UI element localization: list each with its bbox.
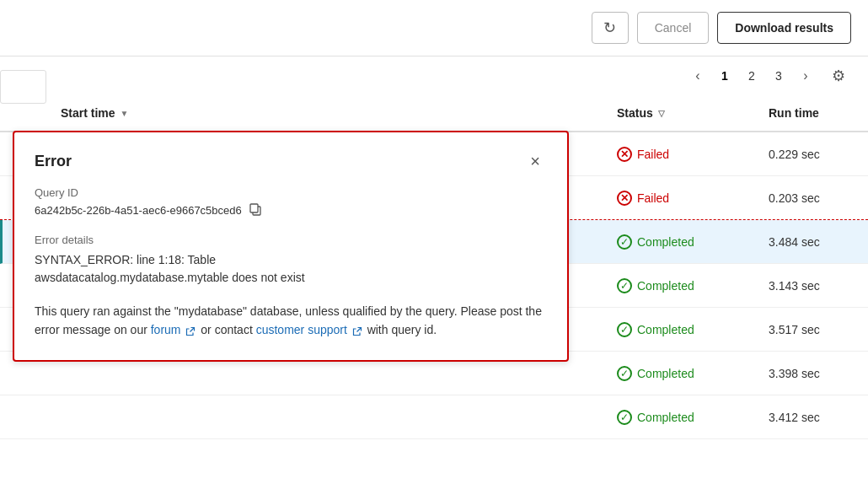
toolbar: ↻ Cancel Download results xyxy=(0,0,868,56)
row-7-status: ✓ Completed xyxy=(607,410,758,425)
error-note-middle: or contact xyxy=(201,323,255,336)
row-1-run-time: 0.229 sec xyxy=(758,148,868,161)
completed-icon-6: ✓ xyxy=(617,366,632,381)
row-3-run-time: 3.484 sec xyxy=(758,235,868,249)
main-container: ↻ Cancel Download results ‹ 1 2 3 › ⚙ St… xyxy=(0,0,868,500)
query-id-label: Query ID xyxy=(35,186,547,199)
settings-button[interactable]: ⚙ xyxy=(826,63,851,89)
external-link-icon xyxy=(185,326,196,336)
refresh-icon: ↻ xyxy=(603,19,616,37)
table-header: Start time ▼ Status ▽ Run time xyxy=(0,95,868,132)
row-5-run-time: 3.517 sec xyxy=(758,323,868,336)
row-4-status: ✓ Completed xyxy=(607,278,758,293)
row-5-status: ✓ Completed xyxy=(607,322,758,337)
chevron-right-icon: › xyxy=(803,68,807,83)
query-id-row: 6a242b5c-226b-4a51-aec6-e9667c5bced6 xyxy=(35,202,547,218)
download-results-button[interactable]: Download results xyxy=(717,12,851,44)
page-2-button[interactable]: 2 xyxy=(740,64,764,88)
page-3-button[interactable]: 3 xyxy=(767,64,790,88)
customer-support-link[interactable]: customer support xyxy=(256,323,351,336)
error-note-suffix: with query id. xyxy=(367,323,437,336)
sort-desc-icon: ▼ xyxy=(121,109,129,118)
gear-icon: ⚙ xyxy=(832,67,845,85)
error-note: This query ran against the "mydatabase" … xyxy=(35,302,547,340)
error-message: SYNTAX_ERROR: line 1:18: Table awsdataca… xyxy=(35,251,547,287)
close-button[interactable]: × xyxy=(523,149,547,173)
row-3-status: ✓ Completed xyxy=(607,234,758,250)
completed-icon-3: ✓ xyxy=(617,234,632,250)
row-4-run-time: 3.143 sec xyxy=(758,279,868,293)
copy-icon[interactable] xyxy=(249,202,262,218)
page-1-button[interactable]: 1 xyxy=(713,64,737,88)
row-2-run-time: 0.203 sec xyxy=(758,191,868,205)
prev-page-button[interactable]: ‹ xyxy=(686,64,710,88)
chevron-left-icon: ‹ xyxy=(695,68,699,83)
th-start-time[interactable]: Start time ▼ xyxy=(51,95,607,131)
th-run-time: Run time xyxy=(758,95,868,131)
status-sort-icon: ▽ xyxy=(658,109,665,118)
failed-icon-2: ✕ xyxy=(617,191,632,206)
error-popup: Error × Query ID 6a242b5c-226b-4a51-aec6… xyxy=(13,131,569,362)
external-link-icon-2 xyxy=(352,326,362,336)
row-7-run-time: 3.412 sec xyxy=(758,411,868,424)
failed-icon-1: ✕ xyxy=(617,147,632,162)
cancel-button[interactable]: Cancel xyxy=(637,12,710,44)
row-6-run-time: 3.398 sec xyxy=(758,367,868,380)
query-id-value: 6a242b5c-226b-4a51-aec6-e9667c5bced6 xyxy=(35,204,242,217)
row-2-status: ✕ Failed xyxy=(607,191,758,206)
completed-icon-7: ✓ xyxy=(617,410,632,425)
svg-rect-1 xyxy=(250,204,258,212)
svg-line-3 xyxy=(356,327,361,331)
table-row[interactable]: ✓ Completed 3.412 sec xyxy=(0,395,868,439)
left-panel-stub xyxy=(0,70,46,104)
error-title: Error xyxy=(35,153,72,170)
error-details-label: Error details xyxy=(35,234,547,246)
svg-line-2 xyxy=(190,327,195,331)
completed-icon-4: ✓ xyxy=(617,278,632,293)
th-status[interactable]: Status ▽ xyxy=(607,95,758,131)
refresh-button[interactable]: ↻ xyxy=(592,12,629,44)
next-page-button[interactable]: › xyxy=(794,64,817,88)
forum-link[interactable]: forum xyxy=(151,323,185,336)
row-6-status: ✓ Completed xyxy=(607,366,758,381)
row-1-status: ✕ Failed xyxy=(607,147,758,162)
error-popup-header: Error × xyxy=(35,149,547,173)
pagination: ‹ 1 2 3 › ⚙ xyxy=(0,56,868,95)
completed-icon-5: ✓ xyxy=(617,322,632,337)
